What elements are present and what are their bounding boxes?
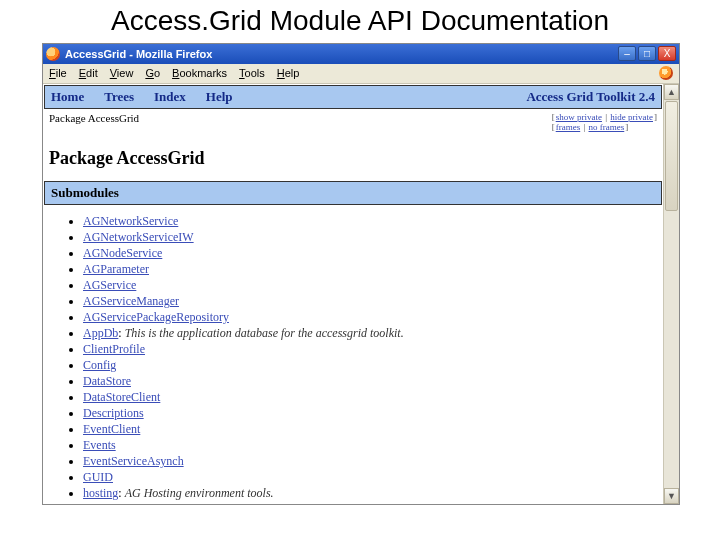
menu-help[interactable]: Help (277, 67, 300, 79)
menu-tools[interactable]: Tools (239, 67, 265, 79)
menubar: File Edit View Go Bookmarks Tools Help (43, 64, 679, 84)
browser-window: AccessGrid - Mozilla Firefox – □ X File … (42, 43, 680, 505)
breadcrumb: Package AccessGrid [show private | hide … (43, 110, 663, 134)
module-link[interactable]: ClientProfile (83, 342, 145, 356)
window-title: AccessGrid - Mozilla Firefox (65, 48, 618, 60)
list-item: Descriptions (83, 406, 663, 421)
vertical-scrollbar[interactable]: ▲ ▼ (663, 84, 679, 504)
breadcrumb-text: Package AccessGrid (49, 112, 139, 132)
list-item: Config (83, 358, 663, 373)
module-link[interactable]: DataStore (83, 374, 131, 388)
list-item: hosting: AG Hosting environment tools. (83, 486, 663, 501)
nav-help[interactable]: Help (206, 89, 233, 105)
menu-go[interactable]: Go (145, 67, 160, 79)
package-heading: Package AccessGrid (43, 134, 663, 181)
list-item: AGParameter (83, 262, 663, 277)
module-link[interactable]: AGNetworkService (83, 214, 178, 228)
module-link[interactable]: AGNodeService (83, 246, 162, 260)
module-description: This is the application database for the… (125, 326, 404, 340)
list-item: AGNodeService (83, 246, 663, 261)
list-item: AGNetworkService (83, 214, 663, 229)
slide-title: Access.Grid Module API Documentation (0, 0, 720, 39)
menu-view[interactable]: View (110, 67, 134, 79)
module-link[interactable]: GUID (83, 470, 113, 484)
scroll-up-button[interactable]: ▲ (664, 84, 679, 100)
hide-private-link[interactable]: hide private (610, 112, 653, 122)
module-link[interactable]: AGServiceManager (83, 294, 179, 308)
section-submodules: Submodules (44, 181, 662, 205)
throbber-icon (659, 66, 673, 80)
module-description: AG Hosting environment tools. (125, 486, 274, 500)
menu-bookmarks[interactable]: Bookmarks (172, 67, 227, 79)
list-item: DataStore (83, 374, 663, 389)
doc-navbar: Home Trees Index Help Access Grid Toolki… (44, 85, 662, 109)
list-item: DataStoreClient (83, 390, 663, 405)
page-content: Home Trees Index Help Access Grid Toolki… (43, 84, 663, 504)
firefox-icon (46, 47, 60, 61)
module-link[interactable]: AGNetworkServiceIW (83, 230, 194, 244)
titlebar[interactable]: AccessGrid - Mozilla Firefox – □ X (43, 44, 679, 64)
list-item: AGNetworkServiceIW (83, 230, 663, 245)
module-list: AGNetworkServiceAGNetworkServiceIWAGNode… (43, 205, 663, 504)
menu-edit[interactable]: Edit (79, 67, 98, 79)
maximize-button[interactable]: □ (638, 46, 656, 61)
module-link[interactable]: EventServiceAsynch (83, 454, 184, 468)
no-frames-link[interactable]: no frames (589, 122, 625, 132)
nav-index[interactable]: Index (154, 89, 186, 105)
module-link[interactable]: Descriptions (83, 406, 144, 420)
module-link[interactable]: EventClient (83, 422, 140, 436)
menu-file[interactable]: File (49, 67, 67, 79)
nav-trees[interactable]: Trees (104, 89, 134, 105)
module-link[interactable]: Events (83, 438, 116, 452)
scroll-thumb[interactable] (665, 101, 678, 211)
module-link[interactable]: AGParameter (83, 262, 149, 276)
scroll-down-button[interactable]: ▼ (664, 488, 679, 504)
list-item: EventClient (83, 422, 663, 437)
module-link[interactable]: hosting (83, 486, 118, 500)
frames-link[interactable]: frames (556, 122, 581, 132)
view-options: [show private | hide private] [frames | … (552, 112, 657, 132)
list-item: AGServicePackageRepository (83, 310, 663, 325)
list-item: ClientProfile (83, 342, 663, 357)
list-item: AppDb: This is the application database … (83, 326, 663, 341)
show-private-link[interactable]: show private (556, 112, 602, 122)
list-item: AGService (83, 278, 663, 293)
close-button[interactable]: X (658, 46, 676, 61)
list-item: GUID (83, 470, 663, 485)
list-item: Events (83, 438, 663, 453)
list-item: EventServiceAsynch (83, 454, 663, 469)
module-link[interactable]: AGServicePackageRepository (83, 310, 229, 324)
toolkit-title: Access Grid Toolkit 2.4 (526, 89, 655, 105)
module-link[interactable]: Config (83, 358, 116, 372)
minimize-button[interactable]: – (618, 46, 636, 61)
module-link[interactable]: AppDb (83, 326, 118, 340)
module-link[interactable]: DataStoreClient (83, 390, 160, 404)
module-link[interactable]: AGService (83, 278, 136, 292)
nav-home[interactable]: Home (51, 89, 84, 105)
list-item: AGServiceManager (83, 294, 663, 309)
